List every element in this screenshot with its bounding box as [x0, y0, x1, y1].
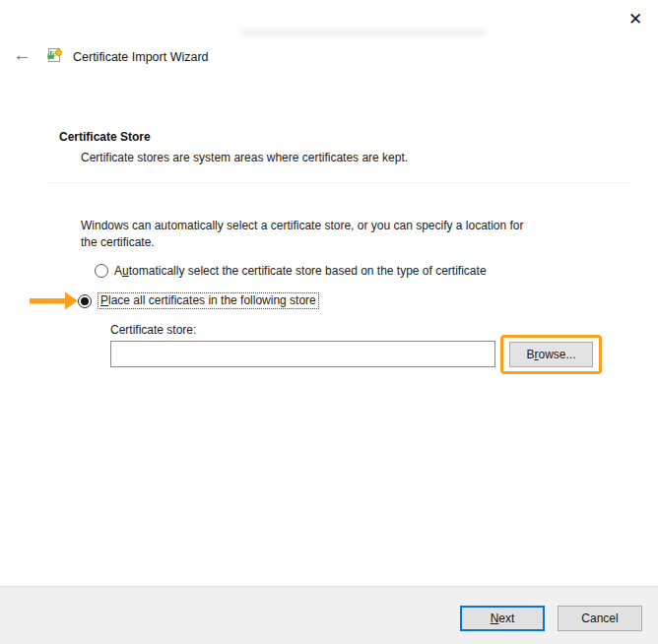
radio-button-icon[interactable]	[95, 264, 108, 278]
intro-line2: the certificate.	[81, 235, 155, 249]
intro-text: Windows can automatically select a certi…	[81, 218, 613, 251]
cancel-button[interactable]: Cancel	[558, 606, 642, 631]
back-button[interactable]: ←	[13, 45, 32, 65]
radio-automatic-store[interactable]: Automatically select the certificate sto…	[95, 264, 487, 278]
radio-place-in-store[interactable]: Place all certificates in the following …	[78, 292, 319, 309]
radio-place-label[interactable]: Place all certificates in the following …	[98, 292, 319, 309]
annotation-highlight-browse	[500, 335, 602, 374]
accesskey-text: P	[100, 293, 108, 307]
divider	[47, 182, 630, 183]
intro-line1: Windows can automatically select a certi…	[81, 219, 524, 232]
radio-automatic-label[interactable]: Automatically select the certificate sto…	[114, 264, 487, 278]
label-text: lace all certificates in the following s…	[108, 293, 316, 307]
close-icon[interactable]: ✕	[625, 8, 646, 30]
radio-button-icon[interactable]	[78, 294, 92, 308]
accesskey-text: u	[122, 264, 129, 278]
radio-selected-dot	[81, 297, 89, 305]
accesskey-text: N	[491, 612, 499, 625]
certificate-store-input[interactable]	[110, 341, 495, 367]
label-text: tomatically select the certificate store…	[129, 264, 487, 278]
certificate-store-label: Certificate store:	[110, 323, 196, 337]
section-subtitle: Certificate stores are system areas wher…	[81, 151, 408, 164]
label-text: A	[114, 264, 122, 278]
wizard-title: Certificate Import Wizard	[73, 50, 209, 64]
blurred-artifact	[240, 29, 487, 36]
label-text: ext	[498, 612, 514, 625]
annotation-arrow	[28, 290, 79, 312]
next-button[interactable]: Next	[460, 606, 545, 631]
certificate-icon	[46, 47, 64, 67]
section-heading: Certificate Store	[59, 130, 151, 144]
